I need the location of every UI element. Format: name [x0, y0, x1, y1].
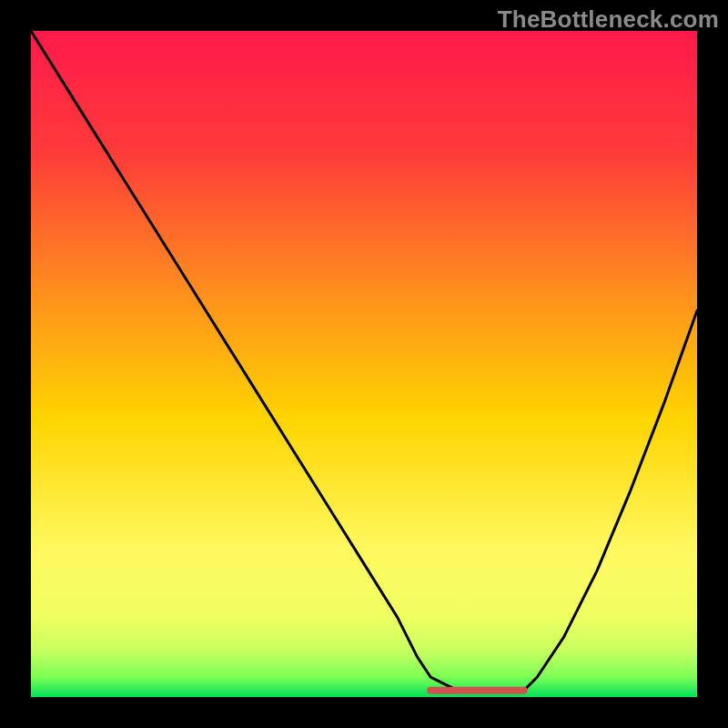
chart-frame: TheBottleneck.com: [0, 0, 728, 728]
chart-svg: [31, 31, 697, 697]
watermark-text: TheBottleneck.com: [498, 5, 719, 34]
gradient-background: [31, 31, 697, 697]
plot-area: [31, 31, 697, 697]
